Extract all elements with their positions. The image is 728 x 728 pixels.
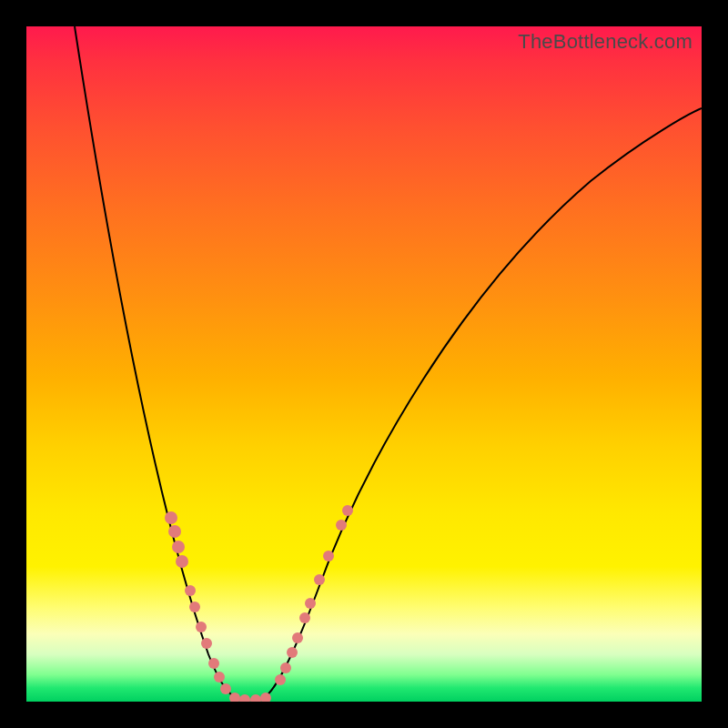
marker-right	[287, 647, 298, 658]
watermark-text: TheBottleneck.com	[518, 30, 693, 54]
marker-right	[292, 632, 303, 643]
marker-left	[172, 541, 185, 553]
left-curve	[75, 26, 241, 700]
marker-right	[336, 520, 347, 531]
right-curve	[259, 108, 702, 700]
data-markers	[165, 505, 353, 702]
marker-right	[323, 551, 334, 561]
marker-right	[342, 505, 353, 516]
marker-right	[280, 662, 291, 673]
marker-left	[165, 511, 177, 524]
marker-left	[168, 525, 181, 538]
marker-left	[189, 602, 200, 612]
marker-right	[275, 674, 286, 685]
marker-bottom	[239, 694, 250, 702]
chart-svg	[26, 26, 702, 702]
marker-left	[214, 672, 225, 682]
marker-right	[299, 612, 310, 623]
marker-left	[220, 683, 231, 694]
marker-left	[201, 638, 212, 649]
marker-right	[305, 598, 316, 609]
marker-left	[208, 658, 219, 669]
marker-left	[176, 555, 188, 568]
marker-left	[196, 622, 207, 632]
marker-bottom	[250, 694, 261, 702]
marker-left	[185, 585, 196, 596]
marker-right	[314, 574, 325, 585]
chart-plot-area: TheBottleneck.com	[26, 26, 702, 702]
